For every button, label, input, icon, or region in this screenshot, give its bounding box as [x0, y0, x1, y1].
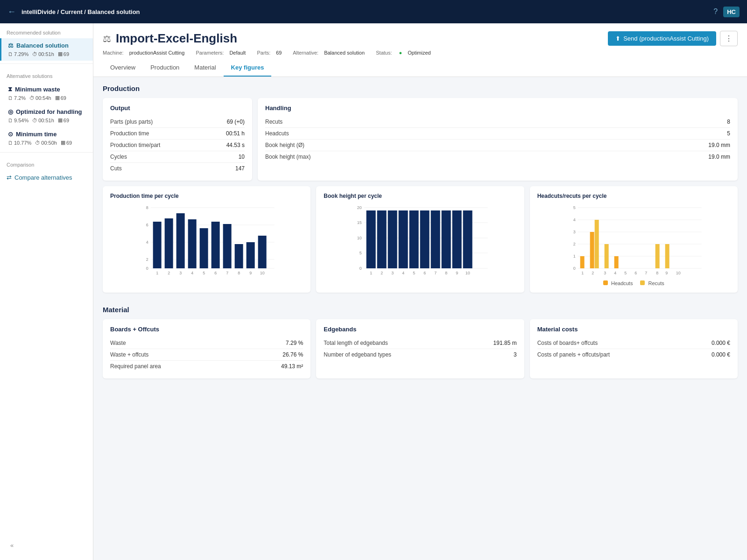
svg-rect-73 [590, 232, 594, 268]
headcuts-legend: Headcuts Recuts [537, 280, 730, 286]
handling-card-title: Handling [265, 105, 730, 112]
edgebands-row-types: Number of edgeband types3 [324, 349, 516, 360]
recuts-legend-item: Recuts [640, 280, 664, 286]
svg-text:2: 2 [573, 242, 575, 246]
handling-row-recuts: Recuts8 [265, 116, 730, 128]
svg-rect-48 [452, 210, 462, 268]
charts-row: Production time per cycle 0 2 [103, 186, 738, 293]
svg-rect-16 [223, 224, 232, 268]
headcuts-chart: 0 1 2 3 4 5 [537, 203, 730, 278]
svg-text:4: 4 [191, 271, 193, 275]
headcuts-chart-title: Headcuts/recuts per cycle [537, 193, 730, 199]
svg-text:4: 4 [573, 217, 575, 222]
page-title-area: ⚖ Import-Excel-English [103, 31, 237, 46]
svg-text:5: 5 [624, 271, 627, 275]
svg-rect-46 [431, 210, 440, 268]
title-row: ⚖ Import-Excel-English ⬆ Send (productio… [103, 31, 738, 46]
output-row-prod-time: Production time00:51 h [110, 128, 245, 140]
balance-icon: ⚖ [8, 42, 14, 49]
prod-time-chart-title: Production time per cycle [110, 193, 303, 199]
svg-rect-74 [594, 220, 599, 268]
material-cards-row: Boards + Offcuts Waste7.29 % Waste + off… [103, 319, 738, 378]
svg-rect-43 [399, 210, 408, 268]
svg-rect-40 [366, 210, 376, 268]
parts-icon: ▦ [58, 51, 63, 57]
sidebar-item-balanced[interactable]: ⚖ Balanced solution 🗋 7.29% ⏱ 00:51h ▦ 6… [0, 38, 93, 61]
sidebar-item-min-time[interactable]: ⊙ Minimum time 🗋10.77% ⏱00:50h ▦69 [0, 127, 93, 149]
balanced-parts: ▦ 69 [58, 51, 69, 57]
output-card: Output Parts (plus parts)69 (+0) Product… [103, 98, 252, 181]
production-section: Production Output Parts (plus parts)69 (… [93, 77, 747, 306]
tab-production[interactable]: Production [143, 59, 187, 77]
min-time-title: ⊙ Minimum time [8, 131, 86, 138]
comparison-section-label: Comparison [0, 155, 93, 170]
production-section-title: Production [103, 84, 738, 92]
tab-material[interactable]: Material [187, 59, 223, 77]
alternative-label: Alternative: [293, 50, 318, 56]
sidebar: Recommended solution ⚖ Balanced solution… [0, 23, 93, 560]
svg-text:8: 8 [445, 271, 447, 275]
sidebar-item-min-waste[interactable]: ⧗ Minimum waste 🗋7.2% ⏱00:54h ▦69 [0, 82, 93, 105]
balanced-title: ⚖ Balanced solution [8, 42, 86, 49]
svg-text:10: 10 [676, 271, 680, 275]
opt-handling-title: ◎ Optimized for handling [8, 108, 86, 115]
back-button[interactable]: ← [7, 7, 16, 17]
book-height-svg: 0 5 10 15 20 [324, 203, 516, 278]
svg-rect-44 [409, 210, 419, 268]
svg-rect-10 [153, 222, 162, 268]
sidebar-divider-2 [0, 152, 93, 153]
output-card-title: Output [110, 105, 245, 112]
svg-rect-72 [580, 256, 584, 268]
boards-card-title: Boards + Offcuts [110, 326, 303, 333]
more-options-button[interactable]: ⋮ [720, 31, 738, 46]
status-label: Status: [376, 50, 392, 56]
min-waste-icon: ⧗ [8, 85, 12, 93]
svg-text:0: 0 [359, 266, 362, 271]
alternative-section-label: Alternative solutions [0, 67, 93, 82]
svg-text:10: 10 [465, 271, 470, 275]
svg-text:2: 2 [592, 271, 594, 275]
send-button[interactable]: ⬆ Send (productionAssist Cutting) [608, 31, 716, 46]
svg-text:1: 1 [581, 271, 584, 275]
svg-text:0: 0 [146, 266, 148, 271]
svg-text:8: 8 [656, 271, 658, 275]
svg-text:8: 8 [146, 205, 148, 210]
svg-rect-42 [388, 210, 397, 268]
parts-value: 69 [276, 50, 282, 56]
tab-overview[interactable]: Overview [103, 59, 143, 77]
headcuts-legend-dot [603, 280, 608, 285]
content-area: ⚖ Import-Excel-English ⬆ Send (productio… [93, 23, 747, 560]
recommended-section-label: Recommended solution [0, 23, 93, 38]
params-value: Default [229, 50, 246, 56]
costs-row-boards: Costs of boards+ offcuts0.000 € [537, 337, 730, 349]
send-icon: ⬆ [615, 35, 620, 42]
edgebands-card: Edgebands Total length of edgebands191.8… [316, 319, 524, 378]
svg-text:15: 15 [357, 220, 362, 225]
svg-rect-13 [188, 219, 197, 268]
svg-rect-75 [604, 244, 608, 268]
svg-text:10: 10 [260, 271, 265, 275]
material-section: Material Boards + Offcuts Waste7.29 % Wa… [93, 306, 747, 392]
min-waste-stats: 🗋7.2% ⏱00:54h ▦69 [8, 95, 86, 101]
user-badge[interactable]: HC [723, 7, 740, 17]
help-icon[interactable]: ? [713, 7, 718, 16]
tab-key-figures[interactable]: Key figures [224, 59, 272, 77]
svg-text:6: 6 [214, 271, 217, 275]
material-costs-card: Material costs Costs of boards+ offcuts0… [530, 319, 738, 378]
balance-title-icon: ⚖ [103, 33, 111, 44]
top-navigation: ← intelliDivide / Current / Balanced sol… [0, 0, 747, 23]
svg-text:4: 4 [402, 271, 404, 275]
svg-rect-45 [420, 210, 430, 268]
collapse-sidebar-button[interactable]: « [4, 538, 20, 553]
opt-handling-stats: 🗋9.54% ⏱00:51h ▦69 [8, 117, 86, 123]
material-costs-card-title: Material costs [537, 326, 730, 333]
book-height-chart-card: Book height per cycle 0 5 10 [316, 186, 524, 293]
svg-rect-15 [211, 222, 220, 268]
svg-text:4: 4 [146, 240, 148, 245]
compare-alternatives-item[interactable]: ⇄ Compare alternatives [0, 170, 93, 185]
svg-text:6: 6 [634, 271, 637, 275]
sidebar-item-optimized-handling[interactable]: ◎ Optimized for handling 🗋9.54% ⏱00:51h … [0, 105, 93, 127]
svg-rect-14 [200, 228, 208, 268]
content-header: ⚖ Import-Excel-English ⬆ Send (productio… [93, 23, 747, 77]
status-dot: ● [397, 50, 402, 56]
